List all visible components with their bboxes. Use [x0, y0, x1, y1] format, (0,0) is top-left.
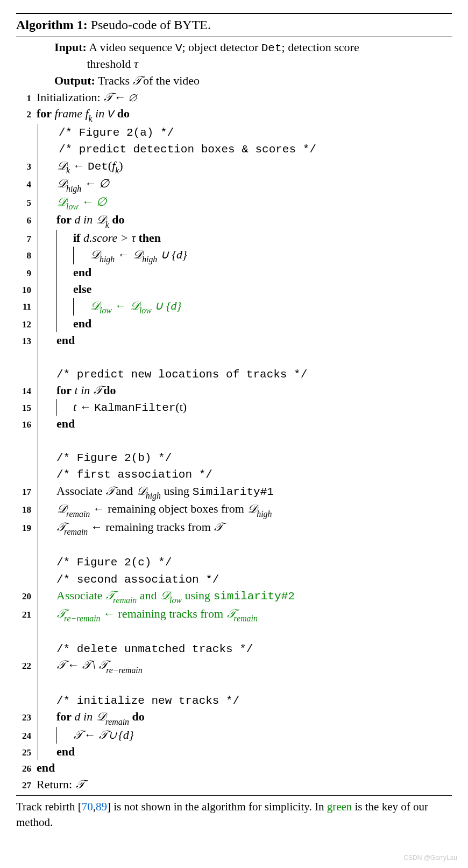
- bottom-rule: [16, 795, 452, 796]
- blank-3: [16, 537, 452, 554]
- ln-21: 21: [16, 608, 37, 621]
- line-7: 7 if d.score > τ then: [16, 230, 452, 247]
- ln-26: 26: [16, 762, 37, 775]
- ln-1: 1: [16, 92, 37, 105]
- blank-2: [16, 432, 452, 449]
- title-text: Pseudo-code of BYTE.: [88, 18, 211, 32]
- line-18: 18 𝒟remain ← remaining object boxes from…: [16, 501, 452, 519]
- line-5: 5 𝒟low ← ∅: [16, 194, 452, 212]
- line-21: 21 𝒯re−remain ← remaining tracks from 𝒯r…: [16, 606, 452, 624]
- ln-8: 8: [16, 249, 37, 262]
- line-6: 6 for d in 𝒟k do: [16, 212, 452, 230]
- ln-22: 22: [16, 660, 37, 673]
- blank-5: [16, 675, 452, 692]
- ln-23: 23: [16, 711, 37, 724]
- comment-fig2b: /* Figure 2(b) */: [16, 449, 452, 466]
- line-17: 17 Associate 𝒯 and 𝒟high using Similarit…: [16, 483, 452, 501]
- comment-delete: /* delete unmatched tracks */: [16, 640, 452, 657]
- ln-12: 12: [16, 318, 37, 331]
- citation-89[interactable]: 89: [96, 800, 107, 813]
- line-13: 13 end: [16, 332, 452, 349]
- input-label: Input:: [54, 40, 87, 54]
- line-14: 14 for t in 𝒯 do: [16, 382, 452, 399]
- ln-9: 9: [16, 267, 37, 280]
- comment-fig2c: /* Figure 2(c) */: [16, 554, 452, 570]
- line-20: 20 Associate 𝒯remain and 𝒟low using simi…: [16, 587, 452, 606]
- line-11: 11 𝒟low ← 𝒟low ∪ {d}: [16, 298, 452, 316]
- ln-24: 24: [16, 730, 37, 743]
- line-22: 22 𝒯 ← 𝒯 \ 𝒯re−remain: [16, 657, 452, 675]
- ln-11: 11: [16, 300, 37, 313]
- ln-15: 15: [16, 402, 37, 415]
- line-2: 2 for frame fk in V do: [16, 106, 452, 124]
- ln-13: 13: [16, 335, 37, 348]
- comment-fig2a: /* Figure 2(a) */: [38, 124, 452, 141]
- input-line: Input: A video sequence V; object detect…: [16, 39, 452, 56]
- green-word: green: [327, 800, 352, 813]
- comment-second-assoc: /* second association */: [16, 571, 452, 587]
- title-rule: [16, 37, 452, 37]
- ln-6: 6: [16, 214, 37, 227]
- line-27: 27 Return: 𝒯: [16, 776, 452, 793]
- ln-16: 16: [16, 418, 37, 431]
- ln-7: 7: [16, 233, 37, 246]
- comment-init: /* initialize new tracks */: [16, 692, 452, 709]
- ln-4: 4: [16, 178, 37, 191]
- line-9: 9 end: [16, 264, 452, 281]
- line-4: 4 𝒟high ← ∅: [16, 176, 452, 194]
- ln-5: 5: [16, 197, 37, 209]
- line-19: 19 𝒯remain ← remaining tracks from 𝒯: [16, 519, 452, 537]
- ln-17: 17: [16, 486, 37, 499]
- top-rule: [16, 13, 452, 14]
- ln-14: 14: [16, 385, 37, 398]
- comment-predict-loc: /* predict new locations of tracks */: [16, 366, 452, 382]
- line-25: 25 end: [16, 744, 452, 760]
- ln-19: 19: [16, 522, 37, 535]
- input-line-2: threshold τ: [16, 56, 452, 73]
- line-26: 26 end: [16, 760, 452, 776]
- line-1: 1 Initialization: 𝒯 ← ∅: [16, 89, 452, 106]
- ln-18: 18: [16, 503, 37, 516]
- citation-70[interactable]: 70: [82, 800, 93, 813]
- output-label: Output:: [54, 74, 95, 87]
- ln-20: 20: [16, 590, 37, 603]
- line-16: 16 end: [16, 416, 452, 432]
- ln-2: 2: [16, 108, 37, 121]
- comment-first-assoc: /* first association */: [16, 466, 452, 482]
- line-10: 10 else: [16, 281, 452, 298]
- blank-4: [16, 624, 452, 640]
- line-15: 15 t ← KalmanFilter(t): [16, 399, 452, 416]
- line-12: 12 end: [16, 316, 452, 332]
- ln-25: 25: [16, 746, 37, 759]
- line-23: 23 for d in 𝒟remain do: [16, 709, 452, 727]
- ln-3: 3: [16, 160, 37, 173]
- line-3: 3 𝒟k ← Det(fk): [16, 158, 452, 176]
- title-prefix: Algorithm 1:: [16, 18, 88, 32]
- algorithm-body: Input: A video sequence V; object detect…: [16, 39, 452, 793]
- line-8: 8 𝒟high ← 𝒟high ∪ {d}: [16, 247, 452, 265]
- blank-1: [16, 349, 452, 366]
- line-24: 24 𝒯 ← 𝒯 ∪ {d}: [16, 727, 452, 744]
- output-line: Output: Tracks 𝒯 of the video: [16, 73, 452, 89]
- ln-10: 10: [16, 284, 37, 297]
- algorithm-title: Algorithm 1: Pseudo-code of BYTE.: [16, 16, 452, 34]
- comment-predict-boxes: /* predict detection boxes & scores */: [38, 141, 452, 157]
- footer-note: Track rebirth [70,89] is not shown in th…: [16, 799, 452, 831]
- ln-27: 27: [16, 779, 37, 792]
